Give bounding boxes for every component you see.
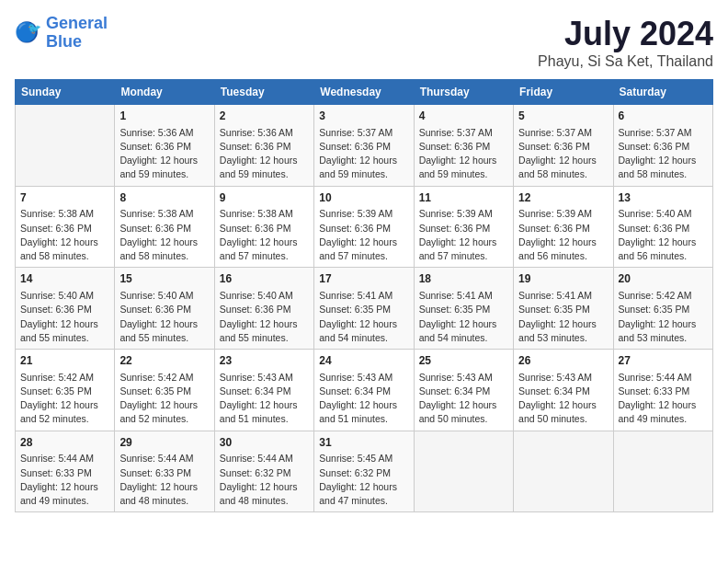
day-number: 30 bbox=[220, 435, 309, 451]
day-number: 20 bbox=[619, 271, 708, 287]
calendar-cell: 23Sunrise: 5:43 AM Sunset: 6:34 PM Dayli… bbox=[214, 350, 313, 431]
day-number: 23 bbox=[220, 353, 309, 369]
day-info: Sunrise: 5:36 AM Sunset: 6:36 PM Dayligh… bbox=[220, 126, 309, 182]
calendar-cell: 12Sunrise: 5:39 AM Sunset: 6:36 PM Dayli… bbox=[514, 186, 613, 268]
calendar-table: SundayMondayTuesdayWednesdayThursdayFrid… bbox=[15, 79, 713, 512]
calendar-cell: 11Sunrise: 5:39 AM Sunset: 6:36 PM Dayli… bbox=[414, 186, 513, 268]
day-info: Sunrise: 5:37 AM Sunset: 6:36 PM Dayligh… bbox=[619, 126, 708, 182]
logo-line1: General bbox=[46, 14, 108, 32]
day-info: Sunrise: 5:44 AM Sunset: 6:32 PM Dayligh… bbox=[220, 452, 309, 508]
column-header-saturday: Saturday bbox=[613, 80, 712, 105]
location-subtitle: Phayu, Si Sa Ket, Thailand bbox=[538, 53, 713, 70]
logo-text: General Blue bbox=[46, 15, 108, 52]
calendar-cell bbox=[613, 431, 712, 512]
calendar-cell: 8Sunrise: 5:38 AM Sunset: 6:36 PM Daylig… bbox=[115, 186, 214, 268]
day-number: 8 bbox=[119, 190, 209, 206]
day-number: 2 bbox=[220, 109, 309, 124]
day-number: 25 bbox=[419, 353, 508, 369]
day-info: Sunrise: 5:40 AM Sunset: 6:36 PM Dayligh… bbox=[119, 289, 209, 345]
day-info: Sunrise: 5:42 AM Sunset: 6:35 PM Dayligh… bbox=[20, 371, 109, 427]
column-header-wednesday: Wednesday bbox=[314, 80, 414, 105]
calendar-cell: 3Sunrise: 5:37 AM Sunset: 6:36 PM Daylig… bbox=[314, 105, 414, 187]
calendar-cell: 5Sunrise: 5:37 AM Sunset: 6:36 PM Daylig… bbox=[514, 105, 613, 187]
day-info: Sunrise: 5:44 AM Sunset: 6:33 PM Dayligh… bbox=[20, 452, 109, 508]
day-info: Sunrise: 5:39 AM Sunset: 6:36 PM Dayligh… bbox=[518, 207, 608, 263]
day-info: Sunrise: 5:38 AM Sunset: 6:36 PM Dayligh… bbox=[220, 207, 309, 263]
calendar-cell: 18Sunrise: 5:41 AM Sunset: 6:35 PM Dayli… bbox=[414, 268, 513, 350]
day-info: Sunrise: 5:42 AM Sunset: 6:35 PM Dayligh… bbox=[119, 371, 209, 427]
calendar-cell: 30Sunrise: 5:44 AM Sunset: 6:32 PM Dayli… bbox=[214, 431, 313, 512]
day-number: 22 bbox=[119, 353, 209, 369]
calendar-cell: 7Sunrise: 5:38 AM Sunset: 6:36 PM Daylig… bbox=[16, 186, 115, 268]
day-info: Sunrise: 5:40 AM Sunset: 6:36 PM Dayligh… bbox=[220, 289, 309, 345]
calendar-header-row: SundayMondayTuesdayWednesdayThursdayFrid… bbox=[16, 80, 713, 105]
calendar-cell: 9Sunrise: 5:38 AM Sunset: 6:36 PM Daylig… bbox=[214, 186, 313, 268]
day-number: 28 bbox=[20, 435, 109, 451]
calendar-cell: 6Sunrise: 5:37 AM Sunset: 6:36 PM Daylig… bbox=[613, 105, 712, 187]
logo: 🔵 🐦 General Blue bbox=[15, 15, 108, 52]
calendar-cell: 14Sunrise: 5:40 AM Sunset: 6:36 PM Dayli… bbox=[16, 268, 115, 350]
calendar-cell: 1Sunrise: 5:36 AM Sunset: 6:36 PM Daylig… bbox=[115, 105, 214, 187]
column-header-thursday: Thursday bbox=[414, 80, 513, 105]
day-info: Sunrise: 5:40 AM Sunset: 6:36 PM Dayligh… bbox=[20, 289, 109, 345]
day-number: 17 bbox=[319, 271, 408, 287]
day-info: Sunrise: 5:42 AM Sunset: 6:35 PM Dayligh… bbox=[619, 289, 708, 345]
day-info: Sunrise: 5:44 AM Sunset: 6:33 PM Dayligh… bbox=[619, 371, 708, 427]
day-number: 21 bbox=[20, 353, 109, 369]
day-info: Sunrise: 5:41 AM Sunset: 6:35 PM Dayligh… bbox=[419, 289, 508, 345]
calendar-cell: 13Sunrise: 5:40 AM Sunset: 6:36 PM Dayli… bbox=[613, 186, 712, 268]
calendar-cell: 17Sunrise: 5:41 AM Sunset: 6:35 PM Dayli… bbox=[314, 268, 414, 350]
calendar-week-2: 7Sunrise: 5:38 AM Sunset: 6:36 PM Daylig… bbox=[16, 186, 713, 268]
calendar-week-1: 1Sunrise: 5:36 AM Sunset: 6:36 PM Daylig… bbox=[16, 105, 713, 187]
day-info: Sunrise: 5:41 AM Sunset: 6:35 PM Dayligh… bbox=[518, 289, 608, 345]
day-info: Sunrise: 5:43 AM Sunset: 6:34 PM Dayligh… bbox=[518, 371, 608, 427]
column-header-monday: Monday bbox=[115, 80, 214, 105]
logo-line2: Blue bbox=[46, 32, 82, 51]
calendar-cell: 27Sunrise: 5:44 AM Sunset: 6:33 PM Dayli… bbox=[613, 350, 712, 431]
day-number: 6 bbox=[619, 109, 708, 124]
calendar-cell: 15Sunrise: 5:40 AM Sunset: 6:36 PM Dayli… bbox=[115, 268, 214, 350]
day-info: Sunrise: 5:45 AM Sunset: 6:32 PM Dayligh… bbox=[319, 452, 408, 508]
day-number: 19 bbox=[518, 271, 608, 287]
calendar-cell: 31Sunrise: 5:45 AM Sunset: 6:32 PM Dayli… bbox=[314, 431, 414, 512]
calendar-cell: 19Sunrise: 5:41 AM Sunset: 6:35 PM Dayli… bbox=[514, 268, 613, 350]
calendar-cell: 20Sunrise: 5:42 AM Sunset: 6:35 PM Dayli… bbox=[613, 268, 712, 350]
day-number: 4 bbox=[419, 109, 508, 124]
calendar-cell bbox=[16, 105, 115, 187]
calendar-cell: 29Sunrise: 5:44 AM Sunset: 6:33 PM Dayli… bbox=[115, 431, 214, 512]
day-number: 15 bbox=[119, 271, 209, 287]
day-number: 29 bbox=[119, 435, 209, 451]
day-number: 9 bbox=[220, 190, 309, 206]
day-number: 5 bbox=[518, 109, 608, 124]
day-number: 31 bbox=[319, 435, 408, 451]
column-header-friday: Friday bbox=[514, 80, 613, 105]
day-info: Sunrise: 5:43 AM Sunset: 6:34 PM Dayligh… bbox=[220, 371, 309, 427]
day-number: 24 bbox=[319, 353, 408, 369]
day-number: 14 bbox=[20, 271, 109, 287]
day-info: Sunrise: 5:38 AM Sunset: 6:36 PM Dayligh… bbox=[20, 207, 109, 263]
day-number: 13 bbox=[619, 190, 708, 206]
page-header: 🔵 🐦 General Blue July 2024 Phayu, Si Sa … bbox=[15, 15, 713, 70]
day-number: 11 bbox=[419, 190, 508, 206]
calendar-cell: 2Sunrise: 5:36 AM Sunset: 6:36 PM Daylig… bbox=[214, 105, 313, 187]
calendar-cell: 16Sunrise: 5:40 AM Sunset: 6:36 PM Dayli… bbox=[214, 268, 313, 350]
calendar-cell: 21Sunrise: 5:42 AM Sunset: 6:35 PM Dayli… bbox=[16, 350, 115, 431]
day-number: 10 bbox=[319, 190, 408, 206]
day-number: 1 bbox=[119, 109, 209, 124]
calendar-cell: 24Sunrise: 5:43 AM Sunset: 6:34 PM Dayli… bbox=[314, 350, 414, 431]
calendar-cell bbox=[514, 431, 613, 512]
calendar-cell: 26Sunrise: 5:43 AM Sunset: 6:34 PM Dayli… bbox=[514, 350, 613, 431]
day-info: Sunrise: 5:38 AM Sunset: 6:36 PM Dayligh… bbox=[119, 207, 209, 263]
day-info: Sunrise: 5:37 AM Sunset: 6:36 PM Dayligh… bbox=[518, 126, 608, 182]
logo-bird-icon: 🔵 🐦 bbox=[15, 19, 42, 47]
day-info: Sunrise: 5:43 AM Sunset: 6:34 PM Dayligh… bbox=[319, 371, 408, 427]
calendar-body: 1Sunrise: 5:36 AM Sunset: 6:36 PM Daylig… bbox=[16, 105, 713, 512]
column-header-tuesday: Tuesday bbox=[214, 80, 313, 105]
calendar-week-5: 28Sunrise: 5:44 AM Sunset: 6:33 PM Dayli… bbox=[16, 431, 713, 512]
day-number: 7 bbox=[20, 190, 109, 206]
day-number: 18 bbox=[419, 271, 508, 287]
calendar-week-4: 21Sunrise: 5:42 AM Sunset: 6:35 PM Dayli… bbox=[16, 350, 713, 431]
month-year-title: July 2024 bbox=[538, 15, 713, 53]
day-number: 26 bbox=[518, 353, 608, 369]
day-info: Sunrise: 5:39 AM Sunset: 6:36 PM Dayligh… bbox=[419, 207, 508, 263]
